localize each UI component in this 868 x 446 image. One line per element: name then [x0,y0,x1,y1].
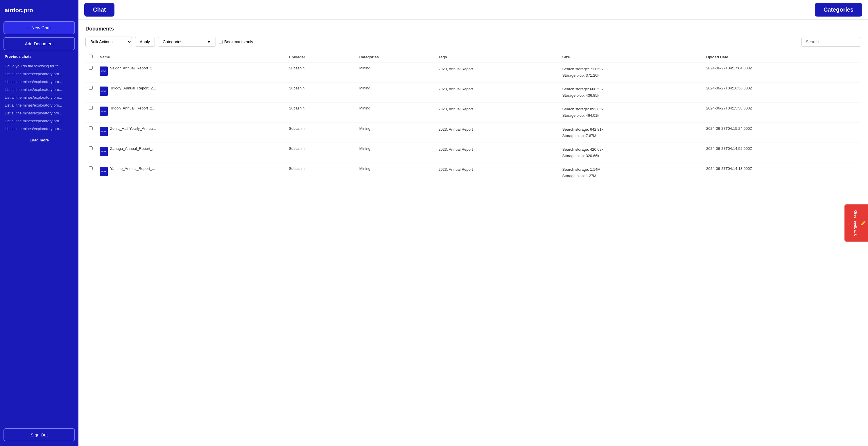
chat-item[interactable]: List all the mines/exploratory pro... [3,125,75,133]
bookmarks-only-checkbox[interactable] [219,40,222,44]
table-row: PDF Yamine_Annual_Report_... Subashini M… [85,163,861,183]
row-size: Search storage: 420.69kStorage blob: 320… [559,142,703,163]
row-upload-date: 2024-06-27T04:14:52.000Z [703,142,861,163]
row-checkbox[interactable] [89,166,93,170]
sidebar: airdoc.pro + New Chat Add Document Previ… [0,0,79,446]
app-logo: airdoc.pro [3,5,75,18]
col-categories: Categories [356,52,435,62]
row-size: Search storage: 642.81kStorage blob: 7.6… [559,123,703,142]
apply-button[interactable]: Apply [135,37,155,47]
row-name: PDF Valdor_Annual_Report_2... [96,62,285,83]
chat-item[interactable]: List all the mines/exploratory pro... [3,117,75,125]
row-name: PDF Trilogy_Annual_Report_2... [96,83,285,102]
previous-chats-label: Previous chats [3,53,75,59]
row-uploader: Subashini [285,102,356,123]
chat-item[interactable]: List all the mines/exploratory pro... [3,94,75,101]
select-all-checkbox[interactable] [89,55,93,58]
row-checkbox[interactable] [89,146,93,150]
doc-name-text[interactable]: Trilogy_Annual_Report_2... [110,86,156,90]
categories-filter-label: Categories [163,39,182,44]
row-checkbox[interactable] [89,126,93,130]
pencil-icon: ✏️ [860,220,866,226]
row-size: Search storage: 608.53kStorage blob: 436… [559,83,703,102]
table-row: PDF Zanaga_Annual_Report_... Subashini M… [85,142,861,163]
chat-item[interactable]: List all the mines/exploratory pro... [3,78,75,86]
row-uploader: Subashini [285,123,356,142]
bookmarks-only-label[interactable]: Bookmarks only [219,39,253,44]
feedback-tab[interactable]: ✏️ Give feedback ··· [844,204,868,242]
toolbar: Bulk Actions Apply Categories ▼ Bookmark… [85,37,861,47]
row-tags: 2023, Annual Report [435,102,559,123]
bookmarks-only-text: Bookmarks only [224,39,253,44]
doc-name-text[interactable]: Valdor_Annual_Report_2... [110,66,155,70]
row-checkbox-cell[interactable] [85,142,96,163]
table-row: PDF Valdor_Annual_Report_2... Subashini … [85,62,861,83]
search-input[interactable] [802,37,861,47]
row-tags: 2023, Annual Report [435,163,559,183]
pdf-icon: PDF [100,127,108,136]
chat-item[interactable]: List all the mines/exploratory pro... [3,101,75,109]
row-uploader: Subashini [285,163,356,183]
table-header: Name Uploader Categories Tags Size Uploa… [85,52,861,62]
main-content: Chat Categories Documents Bulk Actions A… [79,0,868,446]
row-categories: Mining [356,83,435,102]
load-more-button[interactable]: Load more [3,136,75,145]
col-tags: Tags [435,52,559,62]
app-header: Chat Categories [79,0,868,20]
sign-out-button[interactable]: Sign Out [3,428,75,441]
row-checkbox-cell[interactable] [85,83,96,102]
row-name: PDF Zanaga_Annual_Report_... [96,142,285,163]
select-all-header [85,52,96,62]
row-tags: 2023, Annual Report [435,123,559,142]
add-document-button[interactable]: Add Document [3,37,75,50]
chevron-down-icon: ▼ [207,39,211,44]
bulk-actions-select[interactable]: Bulk Actions [85,37,132,47]
row-checkbox[interactable] [89,66,93,70]
row-upload-date: 2024-06-27T04:17:04.000Z [703,62,861,83]
row-categories: Mining [356,123,435,142]
row-name: PDF Yamine_Annual_Report_... [96,163,285,183]
row-checkbox-cell[interactable] [85,62,96,83]
chat-button[interactable]: Chat [84,3,115,17]
row-checkbox-cell[interactable] [85,102,96,123]
chat-item[interactable]: Could you do the following for th... [3,62,75,70]
chat-item[interactable]: List all the mines/exploratory pro... [3,86,75,94]
doc-name-text[interactable]: Yamine_Annual_Report_... [110,166,155,171]
row-categories: Mining [356,62,435,83]
row-tags: 2023, Annual Report [435,62,559,83]
row-categories: Mining [356,142,435,163]
row-upload-date: 2024-06-27T04:14:13.000Z [703,163,861,183]
categories-filter-dropdown[interactable]: Categories ▼ [158,37,216,47]
table-row: PDF Trilogy_Annual_Report_2... Subashini… [85,83,861,102]
table-row: PDF Zonia_Half Yearly_Annua... Subashini… [85,123,861,142]
col-size: Size [559,52,703,62]
row-upload-date: 2024-06-27T04:16:36.000Z [703,83,861,102]
col-name: Name [96,52,285,62]
row-uploader: Subashini [285,83,356,102]
new-chat-button[interactable]: + New Chat [3,21,75,34]
doc-name-text[interactable]: Trigon_Annual_Report_2... [110,106,155,110]
row-checkbox[interactable] [89,86,93,90]
pdf-icon: PDF [100,167,108,176]
chat-item[interactable]: List all the mines/exploratory pro... [3,109,75,117]
row-checkbox[interactable] [89,106,93,110]
documents-table: Name Uploader Categories Tags Size Uploa… [85,52,861,183]
page-title: Documents [85,26,861,32]
chat-list: Could you do the following for th...List… [3,62,75,133]
doc-name-text[interactable]: Zonia_Half Yearly_Annua... [110,126,156,131]
row-size: Search storage: 1.14MStorage blob: 1.27M [559,163,703,183]
doc-name-text[interactable]: Zanaga_Annual_Report_... [110,146,155,151]
pdf-icon: PDF [100,66,108,76]
row-size: Search storage: 711.59kStorage blob: 371… [559,62,703,83]
feedback-label: Give feedback [854,210,858,236]
row-upload-date: 2024-06-27T04:15:58.000Z [703,102,861,123]
row-name: PDF Trigon_Annual_Report_2... [96,102,285,123]
pdf-icon: PDF [100,87,108,96]
row-name: PDF Zonia_Half Yearly_Annua... [96,123,285,142]
table-row: PDF Trigon_Annual_Report_2... Subashini … [85,102,861,123]
row-uploader: Subashini [285,142,356,163]
row-checkbox-cell[interactable] [85,163,96,183]
categories-button[interactable]: Categories [815,3,862,17]
row-checkbox-cell[interactable] [85,123,96,142]
chat-item[interactable]: List all the mines/exploratory pro... [3,70,75,78]
